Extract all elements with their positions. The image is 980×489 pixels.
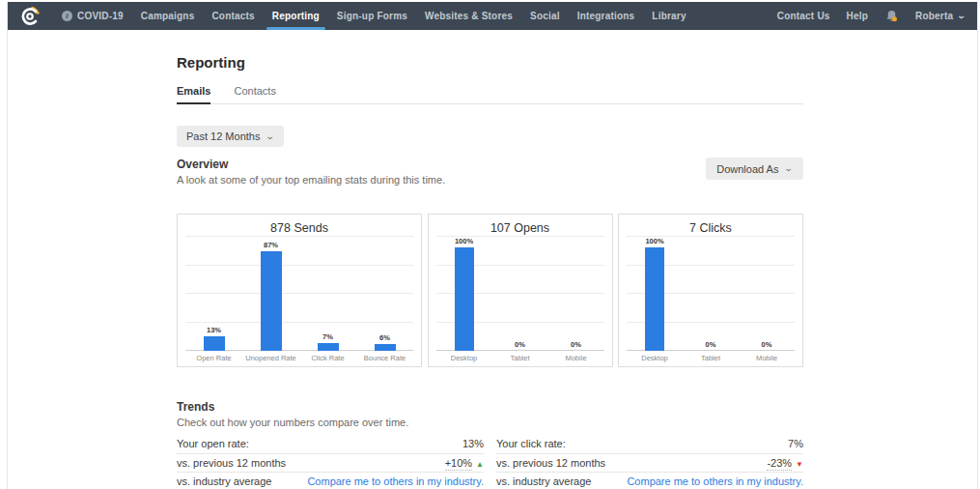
overview-subtitle: A look at some of your top emailing stat… xyxy=(177,174,445,187)
nav-item-sign-up-forms[interactable]: Sign-up Forms xyxy=(337,2,407,30)
trend-row-your-click-rate: Your click rate:7% xyxy=(496,435,803,454)
overview-text: Overview A look at some of your top emai… xyxy=(177,158,445,187)
bar xyxy=(455,247,474,351)
bar-value-label: 7% xyxy=(322,332,333,341)
axis-label-mobile: Mobile xyxy=(548,354,604,363)
axis-label-click-rate: Click Rate xyxy=(299,354,356,363)
trend-row-label: vs. previous 12 months xyxy=(177,457,286,469)
stat-cards-row: 878 Sends13%87%7%6%Open RateUnopened Rat… xyxy=(177,214,803,367)
axis-label-mobile: Mobile xyxy=(739,354,795,363)
stat-card-878-sends: 878 Sends13%87%7%6%Open RateUnopened Rat… xyxy=(177,214,422,367)
trend-row-value: 13% xyxy=(462,438,484,449)
bars: 100%0%0% xyxy=(436,237,604,351)
constant-contact-logo-icon[interactable] xyxy=(19,6,41,27)
trend-row-value: -23%▼ xyxy=(767,457,803,469)
bar-value-label: 0% xyxy=(571,340,581,349)
download-as-button[interactable]: Download As ⌄ xyxy=(706,158,803,180)
trend-down-icon: ▼ xyxy=(796,460,803,469)
axis-label-open-rate: Open Rate xyxy=(185,354,242,363)
bars: 13%87%7%6% xyxy=(185,237,413,351)
bar-value-label: 87% xyxy=(264,241,278,249)
trend-row-your-open-rate: Your open rate:13% xyxy=(177,435,484,454)
bar-value-label: 100% xyxy=(455,237,473,245)
nav-item-label: Sign-up Forms xyxy=(337,11,407,21)
axis-label-tablet: Tablet xyxy=(492,354,548,363)
nav-item-integrations[interactable]: Integrations xyxy=(577,2,635,30)
trend-row-label: vs. industry average xyxy=(496,475,591,487)
info-icon: i xyxy=(62,11,72,21)
trend-row-value: 7% xyxy=(788,438,803,449)
card-title: 7 Clicks xyxy=(619,221,802,235)
nav-item-social[interactable]: Social xyxy=(530,2,560,30)
chevron-down-icon: ⌄ xyxy=(784,164,794,173)
bar-value-label: 100% xyxy=(645,237,663,245)
bar xyxy=(318,343,339,351)
x-axis-labels: DesktopTabletMobile xyxy=(627,354,795,363)
nav-right: Contact Us Help Roberta ⌄ xyxy=(777,2,966,30)
date-range-dropdown[interactable]: Past 12 Months ⌄ xyxy=(177,126,284,147)
overview-header: Overview A look at some of your top emai… xyxy=(177,158,803,187)
x-axis-labels: DesktopTabletMobile xyxy=(436,354,604,363)
download-as-label: Download As xyxy=(716,163,778,175)
trend-row-vs-previous-12-months: vs. previous 12 months-23%▼ xyxy=(496,454,803,474)
nav-item-contact-us[interactable]: Contact Us xyxy=(777,2,830,30)
nav-item-help[interactable]: Help xyxy=(847,2,868,30)
bar-value-label: 0% xyxy=(762,340,772,349)
trend-row-vs-industry-average: vs. industry averageCompare me to others… xyxy=(496,473,803,489)
active-nav-underline xyxy=(266,27,325,30)
page-title: Reporting xyxy=(177,55,804,71)
nav-item-label: COVID-19 xyxy=(77,11,124,21)
axis-label-bounce-rate: Bounce Rate xyxy=(356,354,413,363)
nav-item-campaigns[interactable]: Campaigns xyxy=(141,2,195,30)
bar-value-label: 0% xyxy=(706,340,716,349)
notifications-button[interactable] xyxy=(884,2,899,30)
page-content: Reporting Emails Contacts Past 12 Months… xyxy=(8,55,804,489)
bell-icon xyxy=(884,9,899,23)
tab-emails[interactable]: Emails xyxy=(177,85,210,104)
bar-value-label: 0% xyxy=(515,340,525,349)
axis-label-tablet: Tablet xyxy=(683,354,739,363)
nav-item-label: Contacts xyxy=(211,11,254,21)
bar xyxy=(261,251,282,351)
industry-compare-link[interactable]: Compare me to others in my industry. xyxy=(307,475,484,487)
chevron-down-icon: ⌄ xyxy=(957,12,966,20)
nav-item-library[interactable]: Library xyxy=(652,2,686,30)
nav-item-label: Reporting xyxy=(272,11,320,21)
bar xyxy=(645,247,664,351)
bar-slot-unopened-rate: 87% xyxy=(242,237,299,351)
bar-chart: 13%87%7%6% xyxy=(185,237,413,351)
chevron-down-icon: ⌄ xyxy=(266,132,275,141)
tab-contacts[interactable]: Contacts xyxy=(234,85,275,103)
help-label: Help xyxy=(847,11,868,21)
nav-menu: iCOVID-19CampaignsContactsReportingSign-… xyxy=(62,2,686,30)
bar-chart: 100%0%0% xyxy=(627,237,795,351)
bar-slot-open-rate: 13% xyxy=(185,237,242,351)
trends-tables: Your open rate:13%vs. previous 12 months… xyxy=(177,435,803,489)
nav-item-websites-stores[interactable]: Websites & Stores xyxy=(425,2,513,30)
tab-bar: Emails Contacts xyxy=(177,85,803,104)
nav-item-label: Websites & Stores xyxy=(425,11,513,21)
industry-compare-link[interactable]: Compare me to others in my industry. xyxy=(627,475,803,487)
bar xyxy=(204,336,225,351)
trend-row-vs-industry-average: vs. industry averageCompare me to others… xyxy=(177,473,484,489)
axis-label-desktop: Desktop xyxy=(436,354,492,363)
bar-slot-desktop: 100% xyxy=(436,237,492,351)
trend-row-vs-previous-12-months: vs. previous 12 months+10%▲ xyxy=(177,454,484,474)
app-window: iCOVID-19CampaignsContactsReportingSign-… xyxy=(7,2,978,489)
bar-slot-tablet: 0% xyxy=(683,237,739,351)
nav-item-contacts[interactable]: Contacts xyxy=(211,2,254,30)
user-menu[interactable]: Roberta ⌄ xyxy=(915,2,966,30)
card-title: 878 Sends xyxy=(178,221,421,235)
trend-row-label: vs. industry average xyxy=(177,475,271,487)
trend-row-value: +10%▲ xyxy=(445,457,484,469)
bar-slot-tablet: 0% xyxy=(492,237,548,351)
nav-item-reporting[interactable]: Reporting xyxy=(272,2,320,30)
date-range-label: Past 12 Months xyxy=(186,130,260,142)
x-axis-labels: Open RateUnopened RateClick RateBounce R… xyxy=(185,354,413,363)
overview-title: Overview xyxy=(177,158,445,171)
user-name-label: Roberta xyxy=(915,11,953,21)
bar xyxy=(375,344,396,351)
nav-item-covid-19[interactable]: iCOVID-19 xyxy=(62,2,124,30)
nav-item-label: Library xyxy=(652,11,686,21)
trend-row-label: vs. previous 12 months xyxy=(496,457,605,469)
